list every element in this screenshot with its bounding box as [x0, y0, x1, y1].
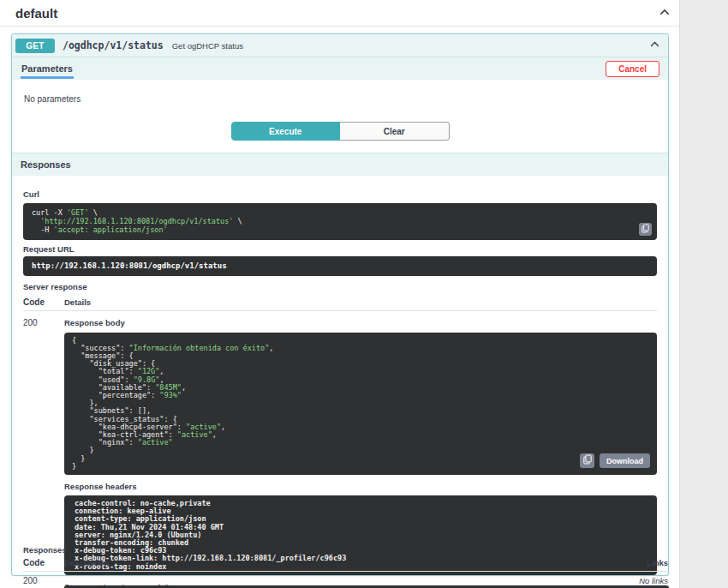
responses-section-header: Responses [12, 153, 668, 176]
server-response-label: Server response [23, 282, 657, 291]
method-badge: GET [15, 39, 55, 53]
chevron-up-icon [659, 6, 671, 21]
server-response-table-header: Code Details [23, 295, 657, 311]
code-column-header: Code [23, 297, 64, 307]
documented-response-code: 200 [23, 576, 64, 588]
swagger-content: default GET /ogdhcp/v1/status Get ogDHCP… [0, 0, 680, 588]
tag-section-header: default [0, 0, 679, 27]
curl-code-block: curl -X 'GET' \ 'http://192.168.1.120:80… [23, 203, 657, 240]
parameters-section-header: Parameters Cancel [12, 57, 668, 80]
responses-inner: Curl curl -X 'GET' \ 'http://192.168.1.1… [12, 176, 668, 575]
opblock-get-status: GET /ogdhcp/v1/status Get ogDHCP status … [11, 33, 669, 576]
cancel-button[interactable]: Cancel [606, 61, 659, 77]
documented-responses-table-header: Code Description Links [23, 558, 668, 572]
response-status-code: 200 [23, 315, 64, 575]
copy-curl-button[interactable] [639, 223, 652, 236]
response-body-label: Response body [64, 318, 657, 327]
details-column-header: Details [64, 297, 657, 307]
tag-title: default [15, 6, 57, 21]
request-url-value: http://192.168.1.120:8081/ogdhcp/v1/stat… [23, 256, 657, 276]
response-headers-label: Response headers [64, 482, 657, 491]
operation-path: /ogdhcp/v1/status [63, 39, 164, 51]
clipboard-icon [583, 454, 592, 467]
copy-response-button[interactable] [580, 453, 594, 468]
chevron-up-icon [649, 39, 660, 52]
description-column-header: Description [64, 558, 608, 567]
opblock-summary[interactable]: GET /ogdhcp/v1/status Get ogDHCP status [12, 34, 668, 57]
curl-label: Curl [23, 189, 657, 199]
documented-responses-label: Responses [23, 545, 668, 555]
server-response-row: 200 Response body { "success": "Informac… [23, 311, 657, 575]
responses-section-title: Responses [21, 159, 71, 170]
request-url-label: Request URL [23, 244, 657, 254]
tab-parameters[interactable]: Parameters [21, 58, 74, 79]
no-parameters-text: No parameters [24, 94, 81, 104]
tag-collapse-button[interactable] [657, 4, 672, 22]
code-column-header: Code [23, 558, 64, 567]
clear-button[interactable]: Clear [340, 122, 450, 141]
response-body-block: { "success": "Información obtenida con é… [64, 333, 657, 475]
execute-wrapper: Execute Clear [12, 107, 668, 153]
execute-button[interactable]: Execute [231, 122, 341, 141]
parameters-body: No parameters [12, 80, 668, 107]
operation-summary: Get ogDHCP status [172, 41, 647, 51]
documented-responses-section: Responses Code Description Links 200 Sta… [23, 545, 668, 588]
links-column-header: Links [608, 558, 668, 567]
clipboard-icon [641, 223, 649, 236]
download-button[interactable]: Download [600, 453, 650, 468]
opblock-collapse-button[interactable] [647, 37, 662, 54]
